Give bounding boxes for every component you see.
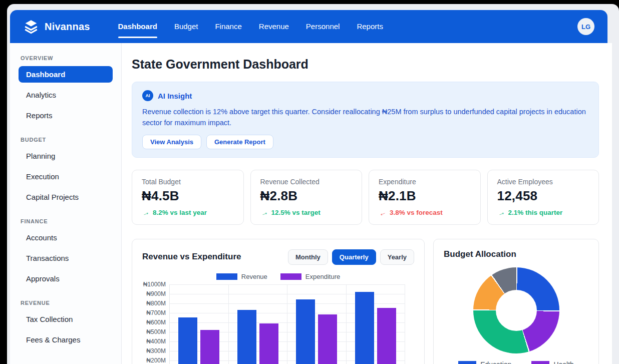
stat-delta: →2.1% this quarter xyxy=(497,208,589,217)
expenditure-bar[interactable] xyxy=(377,308,396,364)
y-tick-label: ₦800M xyxy=(146,300,166,307)
stat-value: ₦4.5B xyxy=(142,188,234,204)
revenue-bar[interactable] xyxy=(237,310,256,364)
y-tick-label: ₦700M xyxy=(146,309,166,316)
sidebar-section-budget: BUDGETPlanningExecutionCapital Projects xyxy=(19,137,113,205)
sidebar-section-title: REVENUE xyxy=(21,300,111,306)
budget-allocation-donut[interactable] xyxy=(473,267,559,353)
stat-card-revenue-collected: Revenue Collected₦2.8B→12.5% vs target xyxy=(250,170,363,225)
sidebar-item-reports[interactable]: Reports xyxy=(19,107,113,124)
stat-value: ₦2.8B xyxy=(260,188,353,204)
top-nav: DashboardBudgetFinanceRevenuePersonnelRe… xyxy=(118,10,383,43)
legend-swatch xyxy=(531,361,549,364)
top-nav-item-revenue[interactable]: Revenue xyxy=(259,10,289,43)
revenue-bar[interactable] xyxy=(296,299,315,364)
revenue-bar[interactable] xyxy=(178,317,197,364)
stat-delta: →12.5% vs target xyxy=(260,208,353,217)
page-title: State Government Dashboard xyxy=(132,57,599,72)
top-nav-item-dashboard[interactable]: Dashboard xyxy=(118,10,157,43)
sidebar-item-fees-charges[interactable]: Fees & Charges xyxy=(19,331,113,348)
sidebar-item-approvals[interactable]: Approvals xyxy=(19,270,113,287)
bar-groups xyxy=(170,284,405,364)
stat-value: 12,458 xyxy=(497,188,589,204)
stat-label: Total Budget xyxy=(142,178,234,186)
revenue-expenditure-card: Revenue vs Expenditure MonthlyQuarterlyY… xyxy=(132,239,425,364)
sidebar-item-tax-collection[interactable]: Tax Collection xyxy=(19,311,113,327)
y-tick-label: ₦200M xyxy=(146,357,166,364)
legend-swatch xyxy=(280,273,301,280)
expenditure-bar[interactable] xyxy=(318,314,337,364)
stat-label: Revenue Collected xyxy=(260,178,353,186)
top-nav-item-reports[interactable]: Reports xyxy=(357,10,383,43)
y-tick-label: ₦600M xyxy=(146,319,166,326)
stat-label: Active Employees xyxy=(497,178,589,186)
trend-up-icon: → xyxy=(140,207,150,217)
trend-up-icon: → xyxy=(496,207,506,217)
bar-group xyxy=(287,284,347,364)
stat-label: Expenditure xyxy=(379,178,471,186)
top-nav-item-personnel[interactable]: Personnel xyxy=(306,10,340,43)
legend-item-expenditure: Expenditure xyxy=(280,273,340,280)
stat-delta: ←3.8% vs forecast xyxy=(379,208,471,217)
sidebar-section-finance: FINANCEAccountsTransactionsApprovals xyxy=(19,218,113,287)
stat-value: ₦2.1B xyxy=(379,188,471,204)
bar-group xyxy=(170,284,229,364)
legend-label: Expenditure xyxy=(305,273,340,280)
bar-chart-legend: RevenueExpenditure xyxy=(142,273,414,280)
range-buttons: MonthlyQuarterlyYearly xyxy=(288,249,414,265)
allocation-chart-title: Budget Allocation xyxy=(444,249,588,259)
sidebar-item-transactions[interactable]: Transactions xyxy=(19,250,113,266)
layers-logo-icon xyxy=(23,19,39,35)
view-analysis-button[interactable]: View Analysis xyxy=(142,135,201,149)
expenditure-bar[interactable] xyxy=(200,330,219,364)
y-tick-label: ₦300M xyxy=(146,347,166,354)
stat-cards-row: Total Budget₦4.5B→8.2% vs last yearReven… xyxy=(132,170,599,225)
top-nav-item-finance[interactable]: Finance xyxy=(215,10,241,43)
expenditure-bar[interactable] xyxy=(259,323,278,364)
budget-allocation-card: Budget Allocation EducationHealth xyxy=(433,239,599,364)
sidebar: OVERVIEWDashboardAnalyticsReportsBUDGETP… xyxy=(10,43,122,364)
ai-insight-body: Revenue collection is 12% above target t… xyxy=(142,107,588,129)
brand-name: Nivannas xyxy=(45,21,90,33)
app-window: Nivannas DashboardBudgetFinanceRevenuePe… xyxy=(7,4,619,364)
generate-report-button[interactable]: Generate Report xyxy=(206,135,273,149)
ai-badge-icon: AI xyxy=(142,90,153,101)
bar-group xyxy=(347,284,406,364)
sidebar-item-analytics[interactable]: Analytics xyxy=(19,87,113,103)
bar-group xyxy=(229,284,288,364)
sidebar-section-title: OVERVIEW xyxy=(21,55,111,61)
sidebar-item-dashboard[interactable]: Dashboard xyxy=(19,66,113,83)
trend-down-icon: ← xyxy=(377,207,387,217)
legend-item-revenue: Revenue xyxy=(216,273,267,280)
range-button-yearly[interactable]: Yearly xyxy=(380,249,414,265)
sidebar-item-capital-projects[interactable]: Capital Projects xyxy=(19,189,113,205)
ai-insight-title: AI Insight xyxy=(158,92,192,100)
sidebar-section-overview: OVERVIEWDashboardAnalyticsReports xyxy=(19,55,113,124)
revenue-chart-title: Revenue vs Expenditure xyxy=(142,252,241,262)
legend-swatch xyxy=(458,361,476,364)
y-tick-label: ₦400M xyxy=(146,338,166,345)
sidebar-section-title: BUDGET xyxy=(21,137,111,143)
y-tick-label: ₦1000M xyxy=(143,281,166,288)
stat-delta: →8.2% vs last year xyxy=(142,208,234,217)
donut-legend-item-education: Education xyxy=(458,360,511,364)
bar-y-axis: ₦1000M₦900M₦800M₦700M₦600M₦500M₦400M₦300… xyxy=(142,284,169,364)
revenue-bar[interactable] xyxy=(355,292,374,364)
trend-up-icon: → xyxy=(259,207,269,217)
range-button-quarterly[interactable]: Quarterly xyxy=(332,249,376,265)
ai-insight-card: AI AI Insight Revenue collection is 12% … xyxy=(132,82,599,158)
sidebar-section-title: FINANCE xyxy=(21,218,111,224)
legend-label: Health xyxy=(553,360,573,364)
sidebar-section-revenue: REVENUETax CollectionFees & Charges xyxy=(19,300,113,348)
sidebar-item-planning[interactable]: Planning xyxy=(19,148,113,164)
user-avatar[interactable]: LG xyxy=(577,18,594,35)
stat-card-total-budget: Total Budget₦4.5B→8.2% vs last year xyxy=(132,170,244,225)
ai-insight-buttons: View AnalysisGenerate Report xyxy=(142,135,588,149)
donut-legend: EducationHealth xyxy=(444,360,588,364)
sidebar-item-execution[interactable]: Execution xyxy=(19,168,113,185)
range-button-monthly[interactable]: Monthly xyxy=(288,249,328,265)
legend-label: Education xyxy=(480,360,511,364)
sidebar-item-accounts[interactable]: Accounts xyxy=(19,229,113,246)
stat-card-expenditure: Expenditure₦2.1B←3.8% vs forecast xyxy=(369,170,481,225)
top-nav-item-budget[interactable]: Budget xyxy=(174,10,198,43)
